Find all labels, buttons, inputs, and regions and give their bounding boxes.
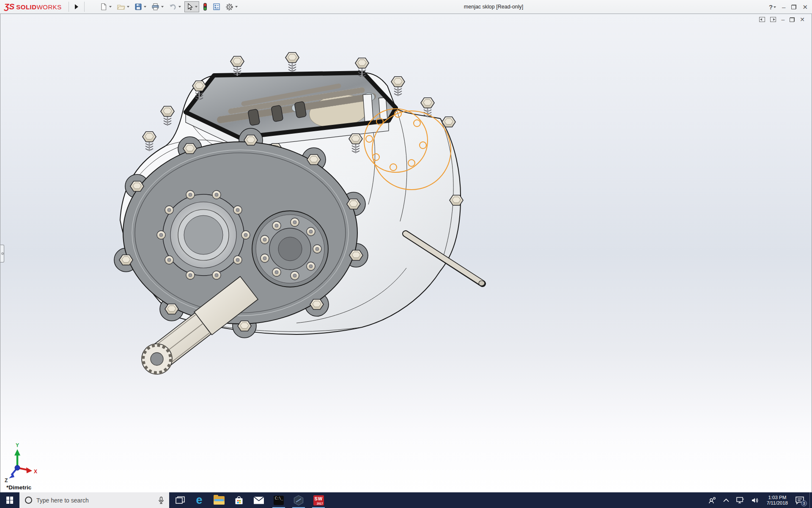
- taskbar-app-store[interactable]: [229, 492, 249, 508]
- file-properties-icon: [213, 3, 220, 11]
- solidworks-logo: ƷS SOLID WORKS: [0, 2, 66, 11]
- housing-bolt[interactable]: [450, 195, 463, 205]
- network-icon: [736, 497, 744, 504]
- divider: [69, 2, 69, 12]
- close-button[interactable]: ✕: [802, 4, 808, 10]
- rebuild-button[interactable]: [201, 1, 209, 13]
- save-icon: [134, 3, 142, 11]
- new-document-button[interactable]: [98, 1, 113, 12]
- restore-button[interactable]: [791, 5, 796, 9]
- task-view-icon: [176, 496, 185, 505]
- mail-icon: [253, 496, 264, 505]
- solidworks-logo-mark: ƷS: [4, 2, 14, 11]
- network-tray-button[interactable]: [732, 492, 748, 508]
- round-cover[interactable]: [252, 211, 328, 287]
- dropdown-caret-icon[interactable]: [178, 6, 181, 8]
- notification-badge: 3: [801, 500, 807, 506]
- taskbar-search[interactable]: [19, 492, 169, 508]
- clock-time: 1:03 PM: [767, 495, 788, 500]
- dropdown-caret-icon[interactable]: [235, 6, 238, 8]
- help-button[interactable]: ?: [769, 3, 776, 11]
- axis-y-label: Y: [16, 442, 19, 448]
- solidworks-2017-icon: SW 2017: [313, 495, 324, 505]
- view-orientation-label: *Dimetric: [6, 484, 31, 491]
- clock-date: 7/11/2018: [767, 500, 788, 506]
- system-tray: 1:03 PM 7/11/2018 3: [705, 492, 812, 508]
- taskbar: e C:\_: [0, 492, 812, 508]
- dropdown-caret-icon[interactable]: [161, 6, 164, 8]
- axis-triad: Y X Z: [5, 442, 37, 483]
- doc-close-button[interactable]: ✕: [800, 17, 805, 22]
- dropdown-caret-icon[interactable]: [109, 6, 112, 8]
- dropdown-caret-icon[interactable]: [144, 6, 146, 8]
- document-window-controls: – ✕: [759, 17, 805, 22]
- command-prompt-icon: C:\_: [274, 496, 284, 505]
- speaker-icon: [751, 497, 760, 504]
- taskbar-app-command-prompt[interactable]: C:\_: [269, 492, 288, 508]
- save-button[interactable]: [133, 1, 148, 12]
- taskbar-app-file-explorer[interactable]: [209, 492, 229, 508]
- task-view-button[interactable]: [170, 492, 190, 508]
- options-button[interactable]: [224, 1, 239, 13]
- hexagon-app-icon: [293, 495, 304, 506]
- microphone-icon[interactable]: [158, 497, 164, 504]
- people-icon: [708, 497, 716, 504]
- divider: [84, 2, 85, 12]
- graphics-viewport[interactable]: – ✕: [0, 14, 812, 492]
- window-controls: ? – ✕: [769, 0, 808, 14]
- chevron-up-icon: [723, 498, 729, 502]
- doc-restore-button[interactable]: [790, 17, 795, 22]
- select-button[interactable]: [184, 1, 199, 12]
- taskbar-app-edge[interactable]: e: [189, 492, 209, 508]
- solidworks-logo-solid: SOLID: [16, 3, 36, 11]
- undo-button[interactable]: [167, 1, 183, 12]
- pane-left-button[interactable]: [759, 17, 765, 22]
- titlebar: ƷS SOLID WORKS: [0, 0, 812, 14]
- select-cursor-icon: [186, 3, 193, 11]
- file-explorer-icon: [214, 496, 225, 505]
- gearbox-model[interactable]: Y X Z: [0, 14, 812, 492]
- taskbar-app-hexagon[interactable]: [289, 492, 308, 508]
- housing-bolt[interactable]: [442, 117, 455, 127]
- cortana-circle-icon: [25, 497, 32, 504]
- action-center-button[interactable]: 3: [792, 492, 809, 508]
- store-icon: [234, 495, 244, 505]
- new-document-icon: [100, 3, 107, 11]
- taskbar-app-mail[interactable]: [249, 492, 269, 508]
- rebuild-traffic-light-icon: [203, 3, 208, 11]
- people-tray-button[interactable]: [705, 492, 720, 508]
- start-button[interactable]: [0, 492, 19, 508]
- pane-right-button[interactable]: [770, 17, 776, 22]
- document-title: menjac sklop [Read-only]: [464, 4, 523, 10]
- doc-minimize-button[interactable]: –: [781, 17, 785, 22]
- dropdown-caret-icon[interactable]: [127, 6, 129, 8]
- solidworks-logo-works: WORKS: [37, 3, 62, 11]
- options-gear-icon: [225, 3, 233, 11]
- standard-toolbar: [98, 1, 239, 13]
- undo-icon: [169, 3, 177, 11]
- file-properties-button[interactable]: [211, 1, 222, 12]
- axis-z-label: Z: [5, 478, 8, 483]
- search-input[interactable]: [36, 497, 158, 504]
- help-caret-icon[interactable]: [774, 6, 776, 8]
- open-folder-icon: [117, 3, 125, 11]
- print-button[interactable]: [150, 1, 165, 12]
- open-button[interactable]: [115, 1, 131, 12]
- taskbar-app-solidworks[interactable]: SW 2017: [309, 492, 328, 508]
- windows-logo-icon: [6, 497, 14, 504]
- axis-x-label: X: [34, 469, 37, 475]
- minimize-button[interactable]: –: [782, 4, 785, 10]
- show-desktop-button[interactable]: [809, 492, 812, 508]
- hidden-icons-button[interactable]: [720, 492, 732, 508]
- menu-flyout-arrow-icon[interactable]: [75, 4, 78, 9]
- dropdown-caret-icon[interactable]: [195, 6, 198, 8]
- print-icon: [151, 3, 159, 11]
- taskbar-clock[interactable]: 1:03 PM 7/11/2018: [763, 495, 792, 506]
- volume-tray-button[interactable]: [748, 492, 763, 508]
- edge-icon: e: [196, 494, 202, 506]
